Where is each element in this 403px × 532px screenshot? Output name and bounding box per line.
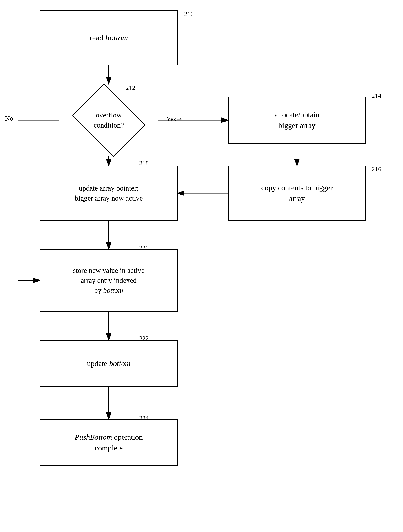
- overflow-diamond-label: overflowcondition?: [94, 110, 124, 130]
- copy-contents-label: copy contents to biggerarray: [261, 183, 333, 204]
- flowchart: read bottom 210 overflowcondition? 212 Y…: [0, 0, 403, 532]
- read-bottom-box: read bottom: [40, 10, 178, 65]
- ref-214: 214: [372, 92, 381, 99]
- update-bottom-label: update bottom: [87, 358, 131, 369]
- push-bottom-label: PushBottom operationcomplete: [75, 432, 143, 453]
- update-array-box: update array pointer;bigger array now ac…: [40, 165, 178, 221]
- ref-220: 220: [139, 244, 149, 252]
- store-new-value-box: store new value in activearray entry ind…: [40, 249, 178, 312]
- overflow-diamond-wrap: overflowcondition?: [59, 84, 158, 156]
- yes-label: Yes→: [166, 115, 183, 123]
- ref-216: 216: [372, 165, 381, 173]
- allocate-label: allocate/obtainbigger array: [275, 109, 319, 131]
- update-bottom-box: update bottom: [40, 340, 178, 387]
- read-bottom-label: read bottom: [90, 32, 128, 43]
- push-bottom-box: PushBottom operationcomplete: [40, 419, 178, 466]
- copy-contents-box: copy contents to biggerarray: [228, 165, 366, 221]
- update-array-label: update array pointer;bigger array now ac…: [75, 183, 143, 203]
- ref-224: 224: [139, 414, 149, 422]
- ref-210: 210: [184, 10, 194, 18]
- ref-218: 218: [139, 159, 149, 167]
- no-label: No: [5, 114, 13, 122]
- allocate-box: allocate/obtainbigger array: [228, 97, 366, 144]
- ref-212: 212: [126, 84, 135, 91]
- store-new-value-label: store new value in activearray entry ind…: [73, 265, 145, 295]
- ref-222: 222: [139, 335, 149, 342]
